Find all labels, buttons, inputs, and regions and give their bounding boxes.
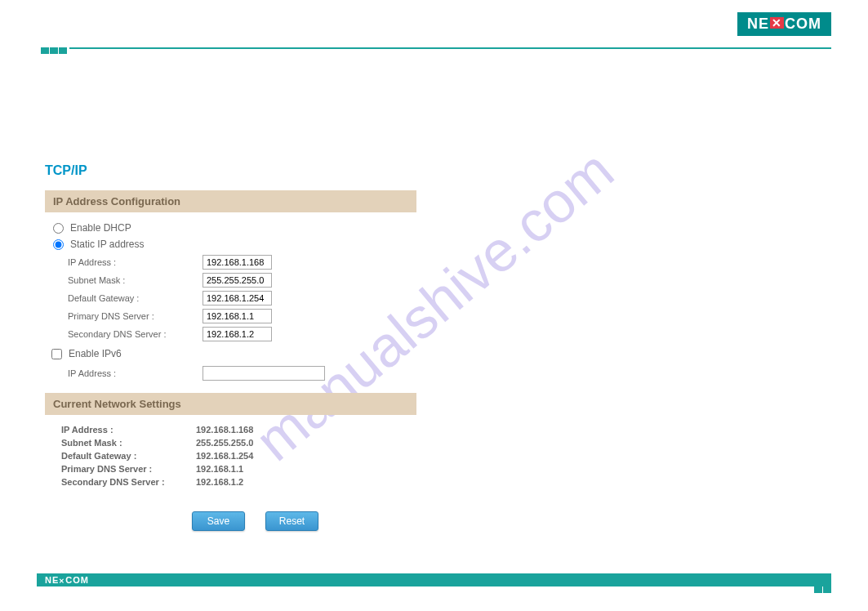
ipv6-address-input[interactable]: [203, 366, 325, 381]
brand-logo-bottom: NE✕COM: [45, 575, 89, 585]
static-ip-label: Static IP address: [70, 239, 145, 250]
enable-ipv6-checkbox[interactable]: [51, 349, 62, 359]
top-border-decoration: [41, 45, 831, 51]
current-primary-dns-label: Primary DNS Server :: [61, 464, 196, 474]
current-ip-value: 192.168.1.168: [196, 425, 253, 435]
enable-ipv6-label: Enable IPv6: [69, 348, 122, 359]
dhcp-label: Enable DHCP: [70, 222, 131, 234]
save-button[interactable]: Save: [192, 511, 245, 531]
brand-logo-top: NE✕COM: [737, 12, 831, 36]
primary-dns-label: Primary DNS Server :: [68, 311, 203, 321]
current-ip-label: IP Address :: [61, 425, 196, 435]
ip-config-header: IP Address Configuration: [45, 190, 416, 212]
current-gateway-label: Default Gateway :: [61, 451, 196, 461]
static-ip-radio[interactable]: [53, 239, 64, 250]
page-title: TCP/IP: [45, 163, 470, 178]
default-gateway-label: Default Gateway :: [68, 293, 203, 303]
secondary-dns-label: Secondary DNS Server :: [68, 329, 203, 339]
ip-address-input[interactable]: [203, 255, 272, 270]
current-subnet-value: 255.255.255.0: [196, 438, 253, 448]
reset-button[interactable]: Reset: [265, 511, 318, 531]
subnet-mask-input[interactable]: [203, 273, 272, 288]
current-secondary-dns-value: 192.168.1.2: [196, 477, 243, 487]
current-settings-header: Current Network Settings: [45, 393, 416, 415]
primary-dns-input[interactable]: [203, 309, 272, 323]
secondary-dns-input[interactable]: [203, 327, 272, 341]
ip-address-label: IP Address :: [68, 257, 203, 267]
default-gateway-input[interactable]: [203, 291, 272, 306]
ipv6-address-label: IP Address :: [68, 368, 203, 378]
dhcp-radio[interactable]: [53, 223, 64, 234]
current-secondary-dns-label: Secondary DNS Server :: [61, 477, 196, 487]
subnet-mask-label: Subnet Mask :: [68, 275, 203, 285]
current-subnet-label: Subnet Mask :: [61, 438, 196, 448]
footer-bar: NE✕COM: [37, 573, 831, 586]
current-primary-dns-value: 192.168.1.1: [196, 464, 243, 474]
current-gateway-value: 192.168.1.254: [196, 451, 253, 461]
